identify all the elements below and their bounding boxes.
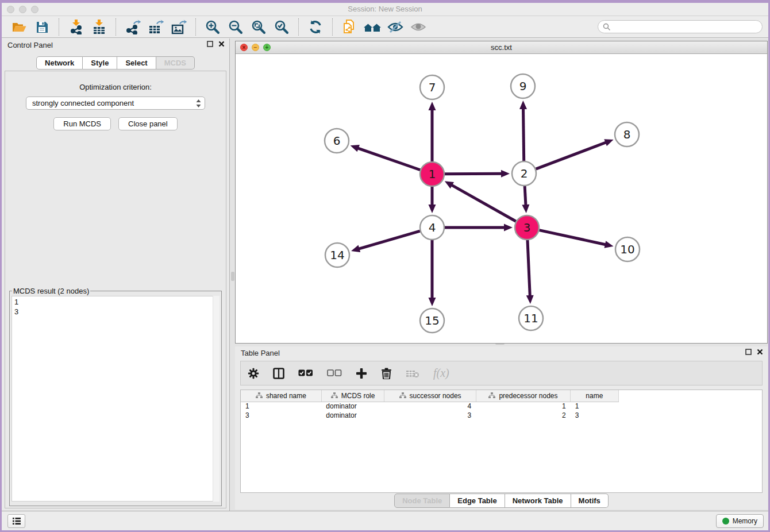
export-image-button[interactable] [167,18,190,36]
graph-edge-3-11[interactable] [526,240,534,304]
table-cell[interactable]: dominator [321,411,384,420]
close-panel-icon[interactable] [757,349,763,355]
graph-node-14[interactable]: 14 [325,243,349,267]
table-cell[interactable]: 4 [384,402,476,411]
zoom-fit-button[interactable] [247,18,270,36]
import-table-button[interactable] [87,18,110,36]
svg-text:8: 8 [623,128,631,141]
graph-edge-2-8[interactable] [536,139,614,169]
close-panel-icon[interactable] [218,41,225,47]
search-input[interactable] [598,20,763,33]
optimization-criterion-value: strongly connected component [32,99,134,107]
table-cell[interactable]: 3 [241,411,321,420]
show-all-button[interactable] [407,18,430,36]
optimization-criterion-select[interactable]: strongly connected component [26,97,205,110]
graph-node-8[interactable]: 8 [615,122,639,147]
graph-node-4[interactable]: 4 [420,215,444,240]
graph-edge-1-4[interactable] [429,187,436,213]
import-network-button[interactable] [64,18,87,36]
graph-node-6[interactable]: 6 [325,129,349,153]
hide-selected-button[interactable] [384,18,407,36]
run-mcds-button[interactable]: Run MCDS [53,117,111,130]
export-network-button[interactable] [121,18,144,36]
split-columns-button[interactable] [273,368,284,379]
table-cell[interactable]: 2 [476,411,570,420]
gear-button[interactable] [248,368,259,379]
graph-node-9[interactable]: 9 [511,74,535,98]
graph-node-3[interactable]: 3 [515,215,539,240]
column-header-shared-name[interactable]: shared name [241,390,321,402]
tab-select[interactable]: Select [117,56,156,70]
import-table-icon [91,20,106,34]
graph-edge-4-15[interactable] [429,240,436,306]
splitter-grip-vertical[interactable] [231,272,234,281]
float-panel-icon[interactable] [207,41,213,47]
zoom-out-button[interactable] [224,18,247,36]
graph-edge-3-10[interactable] [539,230,613,248]
export-table-button[interactable] [144,18,167,36]
table-panel-header: Table Panel [235,346,768,360]
toolbar-separator [116,18,116,36]
table-cell[interactable]: 3 [384,411,476,420]
graph-edge-4-14[interactable] [351,231,420,252]
table-cell-filler [618,411,762,420]
result-scrollbar[interactable] [213,296,220,502]
graph-node-11[interactable]: 11 [519,306,543,330]
show-task-history-button[interactable] [7,514,25,528]
graph-node-15[interactable]: 15 [420,309,444,333]
column-header-mcds-role[interactable]: MCDS role [321,390,384,402]
column-header-predecessor-nodes[interactable]: predecessor nodes [476,390,570,402]
first-neighbors-icon [363,20,382,34]
graph-node-2[interactable]: 2 [512,161,536,186]
app-window: Session: New Session [2,3,768,530]
memory-label: Memory [733,517,757,525]
graph-node-10[interactable]: 10 [615,237,640,261]
zoom-selected-button[interactable] [270,18,293,36]
table-cell[interactable]: 1 [571,402,618,411]
zoom-in-button[interactable] [201,18,224,36]
tab-node-table[interactable]: Node Table [394,494,450,508]
hierarchy-icon [331,392,338,399]
open-file-button[interactable] [7,18,30,36]
graph-node-7[interactable]: 7 [420,75,444,99]
search-icon [603,23,611,31]
zoom-fit-icon [251,20,266,34]
float-panel-icon[interactable] [745,349,752,355]
table-cell[interactable]: 3 [571,411,618,420]
graph-edge-2-3[interactable] [522,186,529,213]
graph-edge-3-1[interactable] [445,181,516,221]
mcds-result-list[interactable]: 13 [11,296,220,502]
network-graph: 7968124314101511 [236,54,769,343]
svg-text:2: 2 [521,167,528,180]
unselect-all-columns-button[interactable] [327,369,342,377]
graph-edge-2-9[interactable] [519,101,527,161]
column-header-successor-nodes[interactable]: successor nodes [384,390,476,402]
table-cell[interactable]: 1 [476,402,570,411]
memory-button[interactable]: Memory [716,514,764,528]
graph-edge-1-2[interactable] [445,170,510,178]
duplicate-network-button[interactable] [338,18,361,36]
column-header-name[interactable]: name [571,390,618,402]
network-canvas[interactable]: 7968124314101511 [236,54,767,343]
refresh-button[interactable] [304,18,327,36]
tab-mcds[interactable]: MCDS [156,56,195,70]
table-cell[interactable]: 1 [241,402,321,411]
select-all-columns-button[interactable] [298,369,313,377]
add-button[interactable] [356,368,367,379]
graph-node-1[interactable]: 1 [420,162,444,186]
tab-network[interactable]: Network [36,56,83,70]
trash-button[interactable] [381,367,392,379]
graph-edge-1-6[interactable] [351,145,421,170]
export-table-icon [148,20,164,34]
close-panel-button[interactable]: Close panel [118,117,178,130]
tab-network-table[interactable]: Network Table [505,494,571,508]
table-cell[interactable]: dominator [321,402,384,411]
hierarchy-icon [488,392,495,399]
tab-style[interactable]: Style [83,56,117,70]
tab-motifs[interactable]: Motifs [571,494,609,508]
graph-edge-1-7[interactable] [429,102,436,161]
first-neighbors-button[interactable] [361,18,384,36]
save-session-button[interactable] [30,18,53,36]
tab-edge-table[interactable]: Edge Table [450,494,505,508]
graph-edge-4-3[interactable] [445,224,513,232]
